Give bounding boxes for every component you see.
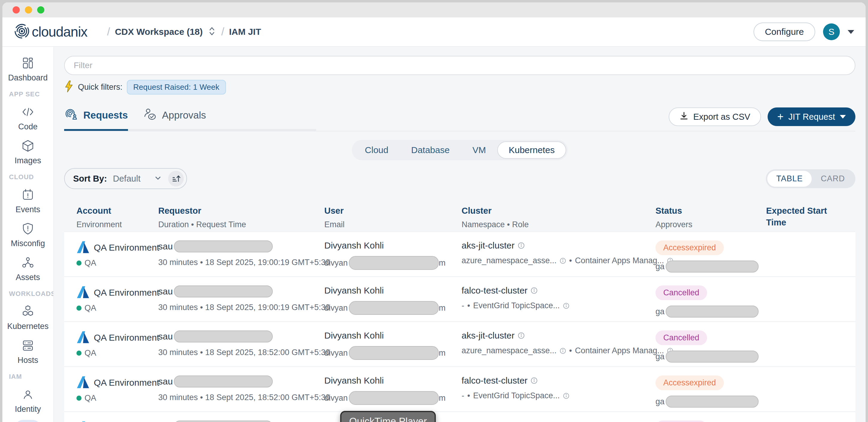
tab-approvals[interactable]: Approvals — [143, 108, 206, 131]
approvers: ga — [655, 396, 759, 407]
request-time: 30 minutes • 18 Sept 2025, 18:52:00 GMT+… — [158, 393, 317, 402]
sidebar-section-cloud: CLOUD — [2, 173, 53, 181]
sidebar-item-code[interactable]: Code — [2, 104, 53, 132]
download-icon — [680, 111, 688, 122]
cluster-name: aks-jit-cluster — [462, 421, 515, 422]
redacted-bar — [174, 375, 273, 388]
tab-vm[interactable]: VM — [461, 141, 497, 159]
close-window-icon[interactable] — [12, 6, 20, 13]
azure-icon — [76, 331, 90, 345]
sidebar-item-dashboard[interactable]: Dashboard — [2, 55, 53, 83]
sidebar-item-hosts[interactable]: Hosts — [2, 337, 53, 365]
view-card-option[interactable]: CARD — [812, 171, 854, 187]
tab-kubernetes[interactable]: Kubernetes — [497, 141, 566, 159]
cluster-name: aks-jit-cluster — [462, 241, 515, 251]
azure-icon — [76, 421, 90, 422]
app-header: cloudanix / CDX Workspace (18) / IAM JIT… — [2, 18, 866, 47]
cube-icon — [15, 138, 41, 154]
table-row[interactable]: QA Environment QA sau 30 minutes • 18 Se… — [64, 276, 856, 321]
status-badge: Cancelled — [655, 331, 707, 345]
sidebar-item-jit[interactable]: JIT — [2, 420, 53, 422]
sidebar-item-identity[interactable]: Identity — [2, 386, 53, 414]
request-time: 30 minutes • 18 Sept 2025, 19:00:19 GMT+… — [158, 303, 317, 312]
workspace-selector[interactable]: CDX Workspace (18) — [115, 27, 203, 37]
sidebar-section-iam: IAM — [2, 373, 53, 381]
redacted-bar — [174, 285, 273, 298]
requests-table: AccountEnvironment RequestorDuration • R… — [64, 197, 856, 422]
info-icon[interactable] — [563, 393, 569, 399]
approvers: ga — [655, 350, 759, 363]
info-icon[interactable] — [560, 257, 566, 264]
user-name: Divyansh Kohli — [324, 285, 454, 296]
cloudanix-logo-icon — [14, 23, 30, 40]
expected-start-time — [766, 285, 856, 321]
account-name: QA Environment — [94, 243, 159, 253]
redacted-bar — [666, 396, 758, 407]
sidebar-item-assets[interactable]: Assets — [2, 254, 53, 282]
sort-by-dropdown[interactable]: Sort By: Default — [64, 168, 187, 189]
tab-cloud[interactable]: Cloud — [353, 141, 400, 159]
user-email: divyanm — [324, 346, 454, 360]
approvers: ga — [655, 260, 759, 273]
sidebar-item-kubernetes[interactable]: Kubernetes — [2, 303, 53, 331]
expected-start-time — [766, 331, 856, 366]
cloudanix-logo[interactable]: cloudanix — [14, 23, 87, 40]
network-nodes-icon — [15, 254, 41, 271]
export-csv-button[interactable]: Export as CSV — [669, 108, 761, 126]
account-name: QA Environment — [94, 333, 159, 343]
lightning-icon — [64, 80, 74, 94]
requestor-name: sau — [158, 241, 173, 252]
tab-requests[interactable]: Requests — [64, 108, 128, 131]
account-name: QA Environment — [94, 287, 159, 298]
table-header: AccountEnvironment RequestorDuration • R… — [64, 197, 856, 231]
view-toggle: TABLE CARD — [766, 169, 856, 188]
table-row[interactable]: QA Environment QA sau 30 minutes • 18 Se… — [64, 321, 856, 366]
redacted-bar — [666, 260, 758, 273]
view-table-option[interactable]: TABLE — [767, 171, 812, 187]
request-time: 30 minutes • 18 Sept 2025, 18:52:00 GMT+… — [158, 348, 317, 357]
table-row[interactable]: QA Environment sau Divyansh Kohli aks-ji… — [64, 411, 856, 422]
calendar-alert-icon — [15, 187, 41, 203]
avatar[interactable]: S — [823, 23, 840, 40]
namespace-role: azure_namespace_asse...•Container Apps M… — [462, 346, 648, 355]
info-icon[interactable] — [560, 347, 566, 354]
configure-button[interactable]: Configure — [753, 23, 815, 41]
filter-input[interactable] — [64, 56, 856, 75]
status-badge: Cancelled — [655, 421, 707, 422]
tab-database[interactable]: Database — [400, 141, 461, 159]
info-icon[interactable] — [530, 287, 538, 294]
maximize-window-icon[interactable] — [37, 6, 44, 13]
info-icon[interactable] — [518, 242, 525, 249]
code-icon — [15, 104, 41, 120]
minimize-window-icon[interactable] — [25, 6, 32, 13]
table-row[interactable]: QA Environment QA sau 30 minutes • 18 Se… — [64, 231, 856, 276]
sidebar-item-misconfig[interactable]: Misconfig — [2, 220, 53, 248]
resource-type-tabs: Cloud Database VM Kubernetes — [352, 140, 567, 160]
app-window: cloudanix / CDX Workspace (18) / IAM JIT… — [2, 2, 866, 422]
table-row[interactable]: QA Environment QA sau 30 minutes • 18 Se… — [64, 366, 856, 411]
sidebar-item-events[interactable]: Events — [2, 187, 53, 214]
breadcrumb-separator: / — [221, 26, 224, 38]
fingerprint-user-icon — [64, 108, 79, 123]
jit-request-button[interactable]: + JIT Request — [768, 108, 856, 126]
sort-direction-button[interactable] — [168, 171, 184, 187]
info-icon[interactable] — [518, 332, 525, 339]
breadcrumb-separator: / — [107, 26, 110, 38]
requestor-name: sau — [158, 376, 173, 387]
user-email: divyanm — [324, 301, 454, 315]
quick-filters-label: Quick filters: — [78, 83, 123, 92]
account-menu-caret-icon[interactable] — [848, 30, 854, 34]
namespace-role: -•EventGrid TopicSpace... — [462, 391, 648, 400]
user-check-icon — [143, 108, 157, 123]
workspace-switch-icon[interactable] — [208, 26, 216, 38]
quick-filter-chip[interactable]: Request Raised: 1 Week — [127, 80, 226, 94]
chevron-down-icon — [154, 174, 162, 184]
info-icon[interactable] — [563, 303, 569, 309]
user-email: divyanm — [324, 256, 454, 270]
info-icon[interactable] — [530, 377, 538, 384]
env-status-dot — [76, 306, 82, 311]
quicktime-player-tooltip: QuickTime Player — [340, 411, 436, 422]
redacted-bar — [349, 346, 439, 360]
sidebar-item-images[interactable]: Images — [2, 138, 53, 165]
user-circle-icon — [15, 386, 41, 403]
